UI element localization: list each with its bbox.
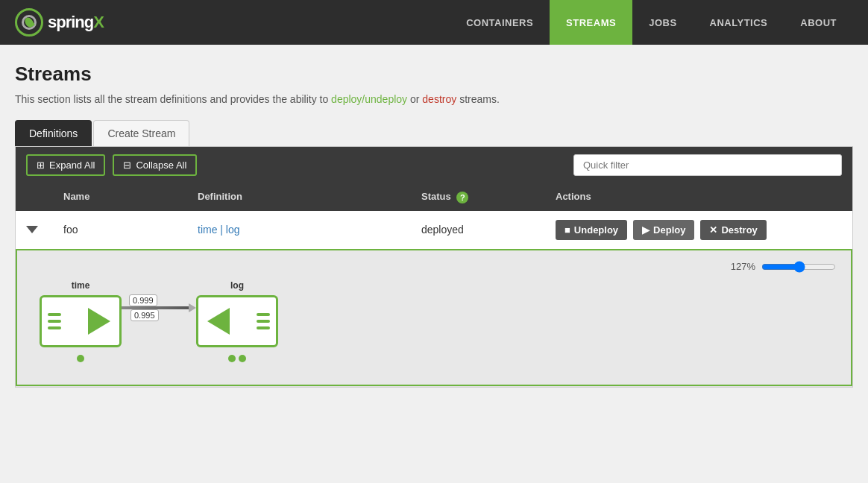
line2	[48, 320, 61, 323]
nav-containers[interactable]: CONTAINERS	[450, 0, 550, 45]
logo: springX	[15, 8, 104, 37]
collapse-all-button[interactable]: ⊟ Collapse All	[113, 154, 197, 176]
time-node-dots	[77, 355, 84, 362]
th-definition: Definition	[187, 191, 411, 203]
deploy-icon: ▶	[642, 224, 650, 236]
line3	[257, 326, 270, 329]
tabs: Definitions Create Stream	[15, 120, 853, 146]
th-toggle	[16, 191, 53, 203]
table-panel: ⊞ Expand All ⊟ Collapse All Name Definit…	[15, 146, 853, 388]
destroy-icon: ✕	[709, 224, 717, 236]
connector: 0.999 0.995	[122, 297, 196, 319]
page-description: This section lists all the stream defini…	[15, 93, 853, 105]
time-lines	[48, 313, 61, 329]
expand-icon: ⊞	[37, 160, 45, 171]
td-name: foo	[53, 224, 187, 236]
time-node-wrap: time	[40, 280, 122, 362]
th-name: Name	[53, 191, 187, 203]
table-row: foo time | log deployed ■ Undeploy ▶ Dep…	[16, 211, 852, 249]
log-node-dots	[228, 355, 246, 362]
status-info-icon: ?	[456, 192, 468, 203]
td-actions: ■ Undeploy ▶ Deploy ✕ Destroy	[545, 220, 852, 240]
connector-arrow	[189, 303, 196, 312]
deploy-button[interactable]: ▶ Deploy	[633, 220, 694, 240]
line1	[48, 313, 61, 316]
line1	[257, 313, 270, 316]
nav-streams[interactable]: STREAMS	[550, 0, 632, 45]
pause-icon	[207, 308, 230, 335]
zoom-level: 127%	[731, 261, 755, 272]
undeploy-icon: ■	[564, 224, 570, 236]
log-node-box	[196, 295, 278, 347]
zoom-control: 127%	[731, 261, 836, 273]
td-status: deployed	[411, 224, 545, 236]
table-row-wrap: foo time | log deployed ■ Undeploy ▶ Dep…	[16, 211, 852, 387]
nav-jobs[interactable]: JOBS	[632, 0, 693, 45]
navbar: springX CONTAINERS STREAMS JOBS ANALYTIC…	[0, 0, 868, 45]
time-node-label: time	[72, 280, 90, 291]
logo-icon	[15, 8, 43, 37]
expand-all-button[interactable]: ⊞ Expand All	[26, 154, 105, 176]
badge-bottom: 0.995	[130, 309, 159, 321]
page-title: Streams	[15, 63, 853, 86]
log-lines	[257, 313, 270, 329]
badge-top: 0.999	[129, 294, 157, 306]
main-content: Streams This section lists all the strea…	[0, 45, 868, 405]
td-toggle[interactable]	[16, 224, 53, 236]
log-node-wrap: log	[196, 280, 278, 362]
th-actions: Actions	[545, 191, 852, 203]
definition-link[interactable]: time | log	[198, 224, 240, 236]
diagram-area: 127% time	[16, 249, 852, 386]
row-expand-icon	[26, 226, 38, 233]
undeploy-button[interactable]: ■ Undeploy	[556, 220, 627, 240]
quick-filter-wrap	[573, 154, 842, 176]
play-icon	[88, 308, 110, 335]
line2	[257, 320, 270, 323]
tab-definitions[interactable]: Definitions	[15, 120, 92, 146]
logo-text: springX	[48, 13, 104, 32]
diagram-nodes: time	[40, 280, 836, 362]
time-node-box	[40, 295, 122, 347]
tab-create-stream[interactable]: Create Stream	[93, 120, 189, 146]
collapse-icon: ⊟	[123, 160, 131, 171]
log-node-label: log	[230, 280, 244, 291]
log-dot-1	[228, 355, 236, 362]
deploy-undeploy-link[interactable]: deploy/undeploy	[331, 93, 407, 105]
table-header: Name Definition Status ? Actions	[16, 183, 852, 211]
th-status: Status ?	[411, 191, 545, 203]
nav-links: CONTAINERS STREAMS JOBS ANALYTICS ABOUT	[450, 0, 853, 45]
log-dot-2	[239, 355, 246, 362]
nav-about[interactable]: ABOUT	[784, 0, 853, 45]
connector-line: 0.999 0.995	[122, 306, 189, 309]
status-text: deployed	[421, 224, 464, 236]
time-dot	[77, 355, 84, 362]
td-definition: time | log	[187, 224, 411, 236]
connector-inner: 0.999 0.995	[122, 297, 196, 319]
quick-filter-input[interactable]	[573, 154, 842, 176]
nav-analytics[interactable]: ANALYTICS	[694, 0, 784, 45]
destroy-button[interactable]: ✕ Destroy	[700, 220, 766, 240]
zoom-slider[interactable]	[761, 261, 836, 273]
line3	[48, 326, 61, 329]
toolbar: ⊞ Expand All ⊟ Collapse All	[16, 147, 852, 183]
destroy-link[interactable]: destroy	[422, 93, 456, 105]
